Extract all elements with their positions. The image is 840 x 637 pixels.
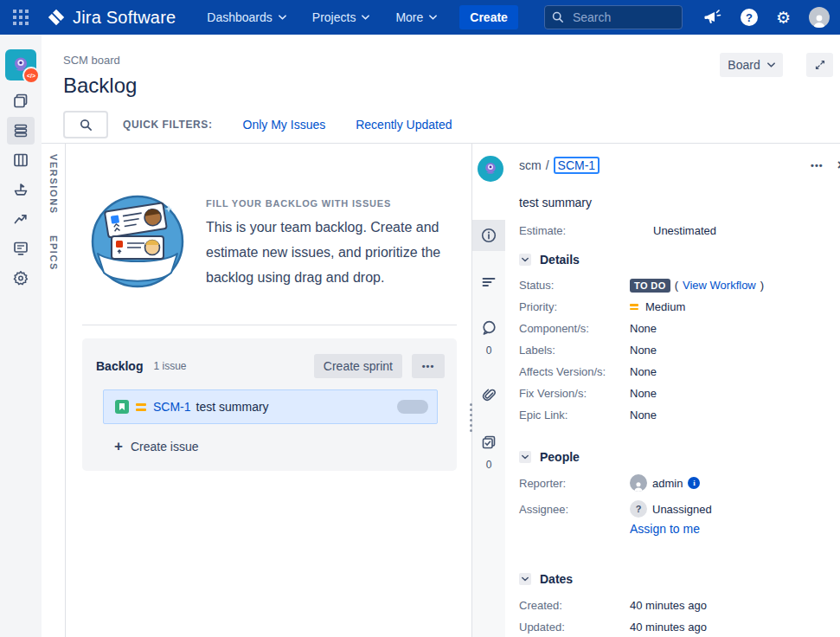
- estimate-pill[interactable]: [397, 400, 428, 414]
- settings-gear-icon[interactable]: ⚙: [776, 10, 791, 26]
- people-collapse-button[interactable]: [519, 451, 531, 463]
- priority-medium-icon: [630, 304, 638, 310]
- issue-breadcrumb: scm / SCM-1: [519, 156, 840, 175]
- quick-filters-row: QUICK FILTERS: Only My Issues Recently U…: [63, 111, 840, 138]
- sidebar-item-backlog[interactable]: [7, 117, 35, 145]
- issue-key-link[interactable]: SCM-1: [554, 157, 600, 174]
- person-icon: [632, 481, 644, 492]
- workspace: VERSIONS EPICS: [42, 143, 840, 637]
- create-sprint-button[interactable]: Create sprint: [314, 354, 402, 378]
- sidebar-icons: [7, 87, 35, 293]
- detail-content: scm / SCM-1 ••• × test summary Estimate:…: [505, 144, 840, 637]
- sidebar-item-boards[interactable]: [7, 87, 35, 115]
- create-button[interactable]: Create: [459, 5, 518, 29]
- estimate-value[interactable]: Unestimated: [653, 224, 716, 237]
- tab-subtasks[interactable]: [472, 434, 505, 451]
- user-avatar[interactable]: [809, 7, 830, 28]
- status-badge[interactable]: TO DO: [630, 279, 670, 293]
- filter-recently-updated[interactable]: Recently Updated: [356, 118, 452, 132]
- nav-search-box[interactable]: [544, 5, 683, 29]
- issue-detail-panel: 0 0 scm /: [471, 144, 840, 637]
- assign-to-me-link[interactable]: Assign to me: [630, 522, 840, 537]
- cog-icon: [12, 269, 29, 286]
- nav-menu: Dashboards Projects More: [207, 10, 437, 24]
- detail-tab-rail: 0 0: [472, 144, 505, 637]
- assignee-row: Assignee: ? Unassigned: [519, 499, 840, 518]
- search-input[interactable]: [571, 10, 670, 25]
- chevron-down-icon: [767, 62, 775, 68]
- chevron-down-icon: [279, 15, 286, 20]
- sidebar-item-releases[interactable]: [7, 176, 35, 203]
- created-value: 40 minutes ago: [630, 599, 707, 612]
- issue-count: 1 issue: [153, 360, 186, 372]
- person-icon: [811, 14, 827, 28]
- filter-only-my-issues[interactable]: Only My Issues: [243, 118, 326, 132]
- affects-versions-value[interactable]: None: [630, 365, 657, 378]
- issue-summary-title[interactable]: test summary: [519, 196, 840, 213]
- field-priority: Priority: Medium: [519, 296, 840, 318]
- epic-link-value[interactable]: None: [630, 409, 657, 421]
- epics-panel-toggle[interactable]: EPICS: [48, 235, 59, 271]
- issue-row[interactable]: SCM-1 test summary: [103, 389, 438, 424]
- nav-item-projects[interactable]: Projects: [312, 10, 370, 24]
- versions-panel-toggle[interactable]: VERSIONS: [48, 154, 59, 215]
- comment-bubble-icon: [480, 319, 497, 337]
- project-key-link[interactable]: scm: [519, 158, 542, 172]
- create-issue-button[interactable]: + Create issue: [114, 439, 445, 454]
- nav-item-dashboards[interactable]: Dashboards: [207, 10, 286, 24]
- sidebar-item-addons[interactable]: [7, 264, 35, 292]
- backlog-actions: Create sprint •••: [314, 354, 445, 378]
- breadcrumb-separator: /: [546, 158, 549, 172]
- view-workflow-link[interactable]: View Workflow: [683, 279, 756, 292]
- chevron-down-icon: [362, 15, 369, 20]
- jira-logo[interactable]: Jira Software: [47, 8, 176, 28]
- tab-details[interactable]: [472, 220, 505, 251]
- subtasks-count: 0: [472, 459, 505, 471]
- top-navbar: Jira Software Dashboards Projects More C…: [0, 0, 840, 35]
- backlog-more-button[interactable]: •••: [412, 354, 445, 378]
- sidebar-item-issues[interactable]: [7, 235, 35, 262]
- fullscreen-button[interactable]: [806, 53, 833, 77]
- nav-item-more[interactable]: More: [395, 10, 437, 24]
- people-section-title: People: [540, 450, 580, 464]
- details-section-title: Details: [540, 253, 580, 267]
- reporter-avatar: [630, 474, 647, 492]
- tab-attachments[interactable]: [472, 386, 505, 403]
- issue-key-link[interactable]: SCM-1: [153, 400, 191, 414]
- story-type-icon: [115, 400, 129, 414]
- components-value[interactable]: None: [630, 322, 657, 335]
- backlog-section-title: Backlog: [96, 359, 143, 373]
- issues-monitor-icon: [12, 240, 29, 257]
- labels-value[interactable]: None: [630, 344, 657, 357]
- ship-icon: [12, 181, 29, 198]
- sidebar-item-active-sprints[interactable]: [7, 146, 35, 174]
- dates-collapse-button[interactable]: [519, 573, 531, 585]
- board-columns-icon: [12, 151, 29, 169]
- backlog-search-button[interactable]: [63, 111, 108, 138]
- quick-filters-label: QUICK FILTERS:: [123, 119, 213, 131]
- sidebar-item-reports[interactable]: [7, 205, 35, 233]
- jira-diamond-icon: [47, 8, 66, 27]
- project-avatar[interactable]: </>: [5, 49, 36, 80]
- empty-state-text: FILL YOUR BACKLOG WITH ISSUES This is yo…: [206, 198, 470, 290]
- help-icon[interactable]: ?: [741, 9, 758, 26]
- search-icon: [80, 119, 93, 132]
- board-selector-button[interactable]: Board: [720, 53, 783, 77]
- details-collapse-button[interactable]: [519, 254, 531, 266]
- description-icon: [480, 273, 497, 291]
- empty-state-body: This is your team backlog. Create and es…: [206, 215, 470, 290]
- boards-stack-icon: [12, 93, 29, 110]
- reporter-name[interactable]: admin: [652, 477, 683, 490]
- user-info-icon[interactable]: i: [688, 477, 700, 489]
- tab-description[interactable]: [472, 273, 505, 291]
- app-switcher-icon[interactable]: [10, 7, 31, 28]
- backlog-icon: [12, 122, 29, 139]
- announcements-megaphone-icon[interactable]: [703, 9, 722, 26]
- fix-versions-value[interactable]: None: [630, 387, 657, 400]
- close-icon[interactable]: ×: [837, 158, 840, 173]
- assignee-name[interactable]: Unassigned: [652, 503, 712, 516]
- priority-value[interactable]: Medium: [645, 300, 685, 313]
- tab-comments[interactable]: [472, 319, 505, 337]
- create-issue-label: Create issue: [131, 440, 199, 454]
- detail-more-button[interactable]: •••: [811, 160, 824, 171]
